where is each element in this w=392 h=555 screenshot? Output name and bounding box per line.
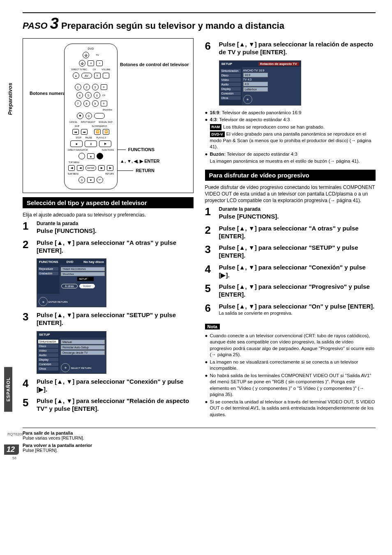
step2-main: Pulse [▲, ▼] para seleccionar "A otras" … xyxy=(37,239,194,255)
pstep-2: 2Pulse [▲, ▼] para seleccionar "A otras"… xyxy=(205,225,376,240)
enter-icon-3: ⊕ xyxy=(243,95,252,104)
callout-tv-btns: Botones de control del televisor xyxy=(118,62,189,67)
pstep-5: 5Pulse [▲, ▼] para seleccionar "Progresi… xyxy=(205,283,376,299)
step-6: 6 Pulse [▲, ▼] para seleccionar la relac… xyxy=(205,41,376,56)
osd-setup: SETUP Sintonización Disco Vídeo Audio Di… xyxy=(37,331,106,374)
osd-aspect: SETUPRelación de aspecto TV Sintonizació… xyxy=(219,60,301,106)
language-tab: ESPAÑOL xyxy=(4,367,12,412)
side-tab-preparativos: Preparativos xyxy=(7,83,13,115)
subpage-number: 58 xyxy=(12,456,16,460)
enter-icon: ⊕ xyxy=(39,297,48,306)
aspect-bullets: ●16:9: Televisor de aspecto panorámico 1… xyxy=(205,110,376,165)
step-4: 4 Pulse [▲, ▼] para seleccionar "Conexió… xyxy=(23,378,194,394)
title-rule xyxy=(23,12,376,13)
pstep-6: 6 Pulse [▲, ▼] para seleccionar "On" y p… xyxy=(205,303,376,315)
step3-main: Pulse [▲, ▼] para seleccionar "SETUP" y … xyxy=(37,311,194,327)
remote-figure: Botones numerados DVD ⏻ TV ⏻ ∧ ＋ xyxy=(23,38,194,193)
step-5: 5 Pulse [▲, ▼] para seleccionar "Relació… xyxy=(23,397,194,413)
nota-label: Nota xyxy=(205,324,220,329)
paso-label: PASO xyxy=(23,21,48,31)
step1-sub: Durante la parada xyxy=(37,221,194,226)
section2-intro: Puede disfrutar de vídeo progresivo cone… xyxy=(205,184,376,204)
callout-functions: FUNCTIONS xyxy=(126,147,154,152)
page-number: 12 xyxy=(4,444,19,455)
dvdv-badge: DVD-V xyxy=(210,131,225,137)
callout-return: RETURN xyxy=(133,168,154,173)
enter-icon-2: ⊕ xyxy=(61,363,70,372)
step5-main: Pulse [▲, ▼] para seleccionar "Relación … xyxy=(37,397,194,413)
pstep-1: 1 Durante la parada Pulse [FUNCTIONS]. xyxy=(205,206,376,221)
step-2: 2 Pulse [▲, ▼] para seleccionar "A otras… xyxy=(23,239,194,255)
page-title: PASO 3 Preparación según su televisor y … xyxy=(23,15,376,32)
power-icon: ⏻ xyxy=(83,52,89,58)
rqt-code: RQT8209 xyxy=(7,432,23,436)
callout-arrows-enter: ▲, ▼, ◀, ▶ ENTER xyxy=(118,159,159,164)
step-3: 3 Pulse [▲, ▼] para seleccionar "SETUP" … xyxy=(23,311,194,327)
step4-main: Pulse [▲, ▼] para seleccionar "Conexión"… xyxy=(37,378,194,394)
section-title-tv-type: Selección del tipo y aspecto del televis… xyxy=(23,197,194,208)
remote-body: DVD ⏻ TV ⏻ ∧ ＋ DIRECT TV RECCHVOLUME xyxy=(64,44,118,189)
step6-main: Pulse [▲, ▼] para seleccionar la relació… xyxy=(219,41,376,56)
right-column: 6 Pulse [▲, ▼] para seleccionar la relac… xyxy=(205,38,376,419)
step-number-big: 3 xyxy=(50,15,59,32)
title-rest: Preparación según su televisor y mando a… xyxy=(61,21,284,31)
pstep-4: 4Pulse [▲, ▼] para seleccionar "Conexión… xyxy=(205,264,376,279)
footer-hints: Para salir de la pantalla Pulse varias v… xyxy=(23,428,376,453)
ram-badge: RAM xyxy=(210,124,222,130)
left-column: Botones numerados DVD ⏻ TV ⏻ ∧ ＋ xyxy=(23,38,194,419)
nota-bullets: ●Cuando conecte a un televisor convencio… xyxy=(205,333,376,418)
pstep-3: 3Pulse [▲, ▼] para seleccionar "SETUP" y… xyxy=(205,244,376,260)
section1-intro: Elija el ajuste adecuado para su televis… xyxy=(23,212,194,218)
step1-main: Pulse [FUNCTIONS]. xyxy=(37,227,194,235)
osd-functions: FUNCTIONSDVDNo hay disco Reproducir Grab… xyxy=(37,258,106,307)
section-title-progressive: Para disfrutar de vídeo progresivo xyxy=(205,170,376,181)
step-1: 1 Durante la parada Pulse [FUNCTIONS]. xyxy=(23,221,194,235)
